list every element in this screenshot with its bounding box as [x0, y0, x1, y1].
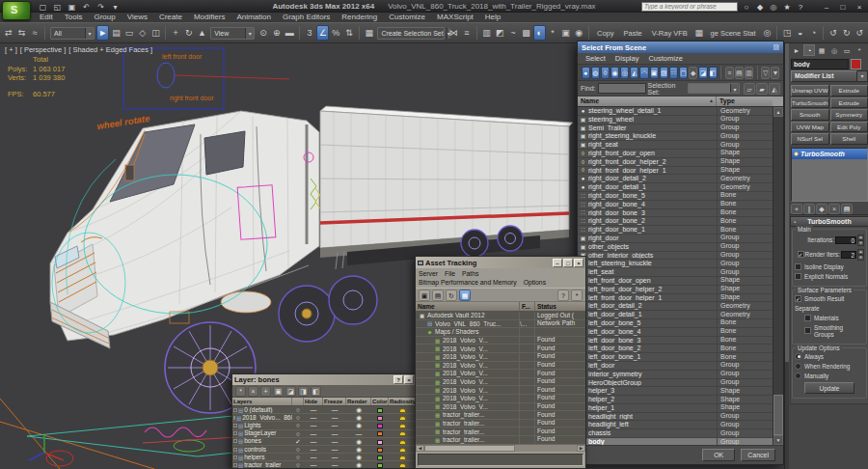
layers-col-freeze[interactable]: Freeze [323, 398, 346, 405]
display-tab-icon[interactable]: ▭ [841, 44, 853, 56]
schematic-view-icon[interactable]: ▩ [520, 25, 532, 41]
display-spheres-icon[interactable]: ◒ [794, 25, 806, 41]
select-and-scale-icon[interactable]: ▲ [196, 25, 208, 41]
freeze-toggle[interactable]: — [323, 438, 346, 445]
freeze-toggle[interactable]: — [323, 446, 346, 453]
expand-icon[interactable] [233, 455, 237, 459]
sync-selection-icon[interactable]: ◆ [689, 67, 697, 79]
pin-stack-icon[interactable]: ⌖ [791, 204, 802, 214]
modifier-list-dropdown[interactable]: Modifier List▾ [791, 70, 868, 83]
asset-row[interactable]: ▤Volvo_VNL_860_Truc...\...Network Path [416, 320, 585, 329]
scroll-thumb[interactable] [424, 445, 515, 452]
bind-to-space-warp-icon[interactable]: ≈ [29, 25, 41, 41]
graphite-modeling-tools-icon[interactable]: ◩ [494, 25, 506, 41]
current-layer-toggle[interactable]: ○ [292, 446, 304, 453]
modifier-button-shell[interactable]: Shell [830, 133, 868, 145]
layers-close-button[interactable]: × [404, 375, 414, 384]
hide-toggle[interactable]: — [304, 422, 323, 428]
render-toggle[interactable]: ◉ [346, 414, 371, 421]
asset-menu-server[interactable]: Server [419, 269, 438, 278]
radiosity-toggle[interactable] [389, 454, 416, 460]
layer-color-swatch[interactable] [371, 430, 389, 437]
hide-toggle[interactable]: — [304, 406, 323, 413]
paste-button[interactable]: Paste [619, 29, 647, 38]
layer-color-swatch[interactable] [371, 461, 389, 468]
show-end-result-icon[interactable]: ∥ [803, 204, 815, 214]
display-groups-icon[interactable]: ▣ [650, 67, 659, 79]
current-layer-toggle[interactable]: ○ [292, 461, 304, 468]
current-layer-toggle[interactable]: ○ [292, 430, 304, 437]
highlight-selected-objects-layers-icon[interactable]: ◪ [285, 386, 296, 397]
scroll-left-arrow[interactable]: ◀ [416, 445, 424, 452]
render-toggle[interactable]: ◉ [346, 454, 371, 460]
add-to-set-icon[interactable]: ▰ [756, 83, 768, 95]
create-named-set-icon[interactable]: ▱ [744, 83, 755, 95]
refresh-assets-icon[interactable]: ↻ [446, 290, 457, 301]
layer-manager-icon[interactable]: ▥ [480, 25, 493, 41]
display-frozen-icon[interactable]: ◪ [698, 67, 707, 79]
radiosity-toggle[interactable] [389, 446, 416, 453]
object-color-swatch[interactable] [851, 59, 861, 69]
render-toggle[interactable]: ◉ [346, 422, 371, 428]
at-maximize-button[interactable]: □ [563, 259, 573, 267]
asset-col-status[interactable]: Status [535, 302, 585, 311]
sfs-menu-customize[interactable]: Customize [644, 54, 686, 63]
smoothing-groups-checkbox[interactable] [804, 327, 811, 334]
use-pivot-point-center-icon[interactable]: ⊙ [258, 25, 270, 41]
radiosity-toggle[interactable] [389, 430, 416, 437]
utilities-tab-icon[interactable]: * [854, 44, 865, 56]
favorites-icon[interactable]: ★ [781, 1, 793, 12]
hide-toggle-icon[interactable]: ◨ [298, 386, 309, 397]
create-new-layer-icon[interactable]: * [235, 386, 246, 397]
new-scene-icon[interactable]: ▢ [37, 1, 49, 12]
percent-snap-toggle-icon[interactable]: % [330, 25, 342, 41]
select-by-name-icon[interactable]: ▤ [110, 25, 122, 41]
display-hidden-icon[interactable]: ◧ [709, 67, 718, 79]
select-and-rotate-icon[interactable]: ↻ [182, 25, 195, 41]
modifier-button-extrude[interactable]: Extrude [830, 97, 868, 109]
freeze-toggle[interactable]: — [323, 454, 346, 460]
mirror-icon[interactable]: ⋈ [448, 25, 460, 41]
window-crossing-toggle-icon[interactable]: ◫ [149, 25, 162, 41]
modifier-button-nsurf-sel[interactable]: NSurf Sel [791, 133, 829, 145]
menu-tools[interactable]: Tools [60, 13, 88, 22]
stack-entry-turbosmooth[interactable]: TurboSmooth [792, 149, 867, 159]
update-button[interactable]: Update [804, 382, 854, 394]
sfs-menu-select[interactable]: Select [582, 54, 610, 63]
asset-menu-file[interactable]: File [445, 269, 455, 278]
fence-selection-region-icon[interactable]: ◇ [136, 25, 149, 41]
render-toggle[interactable]: ◉ [346, 461, 371, 468]
modifier-button-uvw-map[interactable]: UVW Map [791, 122, 829, 133]
scene-refresh-icon[interactable]: ↺ [854, 25, 866, 41]
radiosity-toggle[interactable] [389, 422, 416, 428]
project-folder-icon[interactable]: ▾ [109, 1, 122, 12]
always-radio[interactable] [795, 353, 801, 360]
configure-modifier-sets-icon[interactable]: ▤ [841, 204, 853, 214]
modifier-button-unwrap-uvw[interactable]: Unwrap UVW [791, 85, 829, 97]
cancel-button[interactable]: Cancel [741, 449, 775, 461]
viewport-pov-menu[interactable]: [ Perspective ] [20, 45, 67, 54]
display-geometry-icon[interactable]: ◍ [591, 67, 600, 79]
layers-col-hide[interactable]: Hide [304, 398, 323, 405]
expand-icon[interactable] [233, 408, 237, 412]
layer-color-swatch[interactable] [371, 406, 389, 413]
help-globe-icon[interactable]: ◎ [761, 25, 773, 41]
infocenter-search-input[interactable] [641, 2, 738, 12]
expand-icon[interactable] [233, 448, 237, 452]
selection-set-dropdown[interactable]: ▾ [688, 83, 740, 94]
panel-scrollbar[interactable] [785, 43, 789, 469]
expand-icon[interactable] [233, 431, 237, 435]
spinner-snap-toggle-icon[interactable]: ⇅ [343, 25, 356, 41]
menu-group[interactable]: Group [89, 13, 120, 22]
freeze-toggle[interactable]: — [323, 430, 346, 437]
hide-toggle[interactable]: — [304, 414, 323, 421]
list-view-icon[interactable]: ≡ [725, 67, 734, 79]
select-highlighted-layers-icon[interactable]: ▣ [273, 386, 284, 397]
help-icon[interactable]: ? [795, 1, 806, 12]
rectangular-selection-region-icon[interactable]: ▭ [123, 25, 136, 41]
render-iters-field[interactable]: 2 [841, 251, 856, 259]
layer-row[interactable]: ▤2018_Volvo..._860_○——◉ [232, 414, 416, 422]
current-layer-toggle[interactable]: ○ [292, 422, 304, 428]
make-unique-icon[interactable]: ◆ [816, 204, 827, 214]
redo-icon[interactable]: ↷ [95, 1, 107, 12]
